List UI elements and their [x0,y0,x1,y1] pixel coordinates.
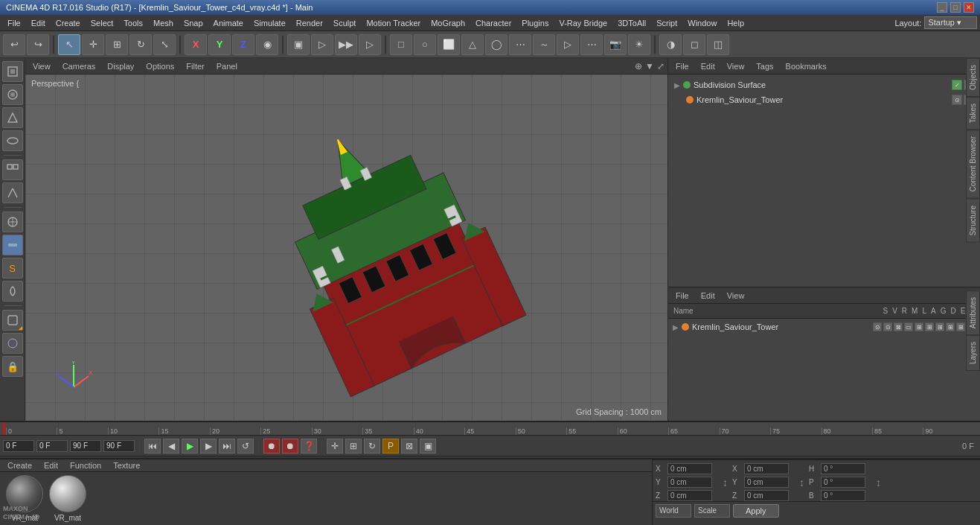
obj-tags-btn[interactable]: Tags [752,61,778,71]
sc-icon-7[interactable]: ⊞ [935,322,944,331]
sc-icon-5[interactable]: ⊞ [915,322,923,331]
left-tool-8[interactable] [2,235,23,255]
edge-tab-objects[interactable]: Objects [966,58,980,97]
menu-animate[interactable]: Animate [209,17,248,29]
motion5-btn[interactable]: ⊠ [401,439,417,454]
p-rot-input[interactable] [821,477,865,488]
left-tool-3[interactable] [2,107,23,128]
b-rot-input[interactable] [821,490,865,501]
cube-btn[interactable]: □ [390,34,412,55]
spline-btn[interactable]: ～ [533,34,555,55]
vp-tab-cameras[interactable]: Cameras [58,60,100,72]
obj-bookmarks-btn[interactable]: Bookmarks [781,61,831,71]
edge-tab-layers[interactable]: Layers [966,335,980,371]
record-button[interactable]: ⏺ [263,439,280,454]
menu-script[interactable]: Script [652,17,682,29]
vp-tab-options[interactable]: Options [141,60,179,72]
menu-create[interactable]: Create [51,17,85,29]
world-coord-button[interactable]: ◉ [256,34,278,55]
sc-file-btn[interactable]: File [671,290,694,301]
frame-end2-input[interactable] [103,440,135,452]
menu-simulate[interactable]: Simulate [249,17,290,29]
sc-icon-4[interactable]: ▭ [904,322,913,331]
display-wire-btn[interactable]: ◻ [683,34,705,55]
keyframe-button[interactable]: ❓ [301,439,317,454]
cursor-tool-button[interactable]: ↖ [58,34,80,55]
vp-expand-icon[interactable]: ⤢ [657,61,664,71]
menu-window[interactable]: Window [683,17,721,29]
cylinder-btn[interactable]: ⬜ [438,34,460,55]
mat-item-2[interactable]: VR_mat [49,475,86,522]
menu-select[interactable]: Select [86,17,118,29]
motion-btn[interactable]: ✛ [327,439,343,454]
y-size-input[interactable] [744,477,789,488]
z-axis-button[interactable]: Z [232,34,254,55]
left-tool-12[interactable] [2,333,23,354]
motion6-btn[interactable]: ▣ [420,439,436,454]
obj-edit-btn[interactable]: Edit [696,61,720,71]
sc-icon-8[interactable]: ⊞ [946,322,955,331]
vp-lock-icon[interactable]: ⊕ [635,61,642,71]
viewport[interactable]: Perspective { [25,74,667,421]
menu-edit[interactable]: Edit [27,17,50,29]
menu-sculpt[interactable]: Sculpt [329,17,361,29]
obj-vis-icon-2[interactable]: ⊙ [952,95,962,105]
sc-item-kremlin[interactable]: ▶ Kremlin_Saviour_Tower ⊙ ⊙ ⊠ ▭ ⊞ ⊞ ⊞ ⊞ [670,320,979,334]
camera-btn[interactable]: 📷 [604,34,627,55]
menu-mesh[interactable]: Mesh [149,17,178,29]
left-tool-4[interactable] [2,130,23,151]
more-btn[interactable]: ⋯ [509,34,531,55]
anim2-btn[interactable]: ▶▶ [335,34,357,55]
vp-down-icon[interactable]: ▼ [645,61,654,71]
redo-button[interactable]: ↪ [27,34,49,55]
motion2-btn[interactable]: ⊞ [345,439,362,454]
left-tool-5[interactable] [2,159,23,180]
go-end-button[interactable]: ⏭ [219,439,235,454]
left-tool-7[interactable] [2,211,23,232]
scale-dropdown[interactable]: Scale [694,504,730,518]
display-line-btn[interactable]: ◫ [707,34,729,55]
obj-check-icon[interactable]: ✓ [952,80,962,90]
maximize-button[interactable]: □ [950,2,961,13]
mat-texture-btn[interactable]: Texture [109,460,144,471]
menu-help[interactable]: Help [723,17,749,29]
minimize-button[interactable]: _ [937,2,947,13]
menu-snap[interactable]: Snap [179,17,208,29]
scale-tool-button[interactable]: ⊞ [106,34,128,55]
edge-tab-takes[interactable]: Takes [966,97,980,130]
go-start-button[interactable]: ⏮ [144,439,161,454]
sc-view-btn[interactable]: View [723,290,749,301]
obj-view-btn[interactable]: View [723,61,749,71]
frame-current-input[interactable] [36,440,68,452]
display-gouraud-btn[interactable]: ◑ [659,34,682,55]
apply-button[interactable]: Apply [733,504,779,518]
mat-edit-btn[interactable]: Edit [39,460,63,471]
vp-tab-view[interactable]: View [28,60,55,72]
menu-mograph[interactable]: MoGraph [426,17,470,29]
left-tool-6[interactable] [2,182,23,203]
sc-icon-9[interactable]: ⊞ [956,322,965,331]
sphere-btn[interactable]: ○ [414,34,436,55]
obj-item-kremlin[interactable]: Kremlin_Saviour_Tower ⊙ ⊠ [671,92,977,107]
loop-button[interactable]: ↺ [237,439,254,454]
menu-vray-bridge[interactable]: V-Ray Bridge [554,17,612,29]
z-pos-input[interactable] [667,490,712,501]
record-active-button[interactable]: ⏺ [282,439,298,454]
close-button[interactable]: ✕ [964,2,974,13]
edge-tab-content[interactable]: Content Browser [966,130,980,198]
loft-btn[interactable]: ▷ [557,34,579,55]
move-tool-button[interactable]: ✛ [82,34,104,55]
frame-end-input[interactable] [70,440,101,452]
y-axis-button[interactable]: Y [208,34,231,55]
sc-icon-3[interactable]: ⊠ [894,322,903,331]
x-pos-input[interactable] [667,463,712,474]
obj-item-subdivision[interactable]: ▶ Subdivision Surface ✓ ⊙ [671,77,977,92]
menu-character[interactable]: Character [471,17,516,29]
x-axis-button[interactable]: X [185,34,207,55]
anim-btn[interactable]: ▷ [311,34,333,55]
left-tool-1[interactable] [2,61,23,82]
menu-file[interactable]: File [3,17,25,29]
sc-icon-1[interactable]: ⊙ [873,322,882,331]
left-tool-11[interactable] [2,310,23,331]
mat-function-btn[interactable]: Function [65,460,106,471]
